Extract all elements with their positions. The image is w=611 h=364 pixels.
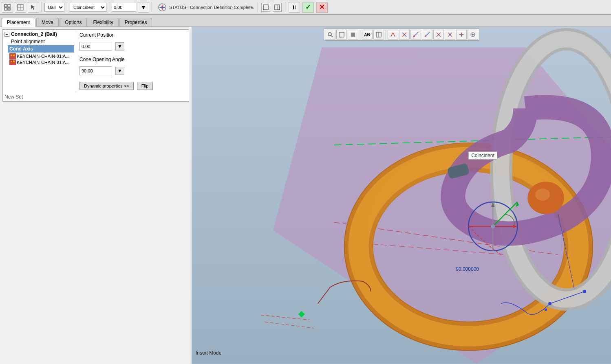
dynamic-properties-btn[interactable]: Dynamic properties >>: [79, 82, 134, 90]
tab-bar: Placement Move Options Flexibility Prope…: [0, 15, 611, 27]
svg-rect-64: [425, 35, 426, 37]
vp-zoom-btn[interactable]: [325, 30, 335, 39]
separator-4: [152, 2, 152, 12]
viewport-toolbar: AB: [324, 29, 479, 41]
svg-rect-53: [339, 32, 344, 37]
vp-rect-btn[interactable]: [336, 30, 347, 39]
tab-properties[interactable]: Properties: [119, 18, 152, 26]
cancel-btn[interactable]: ✕: [316, 2, 328, 13]
position-input[interactable]: [112, 3, 136, 12]
svg-rect-2: [4, 8, 7, 10]
svg-point-45: [545, 309, 547, 311]
svg-rect-1: [8, 4, 10, 7]
svg-line-52: [331, 35, 333, 37]
coincident-select[interactable]: Coincident: [70, 3, 106, 12]
svg-point-41: [491, 224, 495, 228]
svg-point-62: [413, 35, 415, 37]
view-mode-2-btn[interactable]: [273, 3, 282, 12]
point-alignment-label: Point alignment: [11, 39, 74, 44]
viewport[interactable]: Coincident 90.000000 AB: [192, 27, 611, 364]
vp-grid2-btn[interactable]: [373, 30, 384, 39]
status-bar: STATUS : Connection Definition Complete.…: [154, 2, 609, 13]
keychain-row-1[interactable]: KEYCHAIN-CHAIN-01:A...: [9, 53, 74, 59]
keychain-row-2[interactable]: KEYCHAIN-CHAIN-01:A...: [9, 59, 74, 65]
vp-sep-2: [386, 30, 386, 39]
vp-cut2-btn[interactable]: [399, 30, 410, 39]
pointer-btn[interactable]: [28, 2, 39, 13]
panel-box-inner: − Connection_2 (Ball) Point alignment Co…: [3, 30, 189, 92]
viewport-canvas: [192, 27, 611, 364]
svg-marker-76: [471, 34, 475, 35]
top-toolbar: Ball Coincident ▼ STATUS : Connection De…: [0, 0, 611, 15]
vp-line2-btn[interactable]: [422, 30, 432, 39]
vp-x1-btn[interactable]: [433, 30, 444, 39]
left-panel: − Connection_2 (Ball) Point alignment Co…: [0, 27, 192, 364]
vp-sep-1: [360, 30, 360, 39]
svg-rect-16: [13, 55, 15, 56]
vp-plus-btn[interactable]: [456, 30, 467, 39]
svg-line-58: [393, 33, 395, 37]
separator-5: [258, 2, 258, 12]
keychain-icon-1: [9, 53, 16, 59]
svg-rect-0: [4, 4, 7, 7]
current-position-label: Current Position: [79, 32, 185, 38]
tab-options[interactable]: Options: [60, 18, 87, 26]
separator-1: [42, 2, 42, 12]
compass-icon: [158, 3, 167, 12]
svg-rect-18: [11, 61, 12, 62]
connection-title: − Connection_2 (Ball): [4, 31, 74, 37]
separator-6: [285, 2, 285, 12]
cone-axis-row[interactable]: Cone Axis: [8, 45, 74, 53]
svg-marker-10: [159, 7, 165, 8]
svg-rect-70: [449, 34, 451, 35]
svg-point-31: [535, 189, 550, 201]
svg-rect-15: [11, 55, 12, 56]
svg-point-51: [328, 33, 331, 36]
svg-point-43: [548, 302, 551, 305]
current-position-dropdown-btn[interactable]: ▼: [115, 42, 124, 50]
svg-line-57: [391, 33, 393, 37]
vp-line1-btn[interactable]: [410, 30, 421, 39]
new-set-label: New Set: [4, 94, 23, 100]
tab-placement[interactable]: Placement: [2, 18, 35, 27]
view-mode-1-btn[interactable]: [261, 3, 270, 12]
svg-point-73: [461, 34, 462, 35]
tab-flexibility[interactable]: Flexibility: [88, 18, 118, 26]
svg-rect-19: [13, 61, 15, 62]
vp-x2-btn[interactable]: [445, 30, 455, 39]
cone-angle-dropdown-btn[interactable]: ▼: [115, 67, 124, 75]
svg-rect-3: [8, 8, 10, 10]
pause-btn[interactable]: ⏸: [289, 2, 300, 13]
new-set-row: New Set: [3, 92, 189, 101]
vp-compass-btn[interactable]: [468, 30, 478, 39]
svg-rect-11: [263, 5, 268, 10]
snap-btn[interactable]: [2, 2, 13, 13]
controls-column: Current Position ▼ Cone Opening Angle ▼ …: [76, 30, 189, 92]
ok-btn[interactable]: ✓: [302, 2, 314, 13]
cone-opening-angle-label: Cone Opening Angle: [79, 57, 185, 62]
position-dropdown-btn[interactable]: ▼: [138, 2, 149, 13]
separator-2: [67, 2, 67, 12]
vp-square-btn[interactable]: [348, 30, 358, 39]
keychain-label-2: KEYCHAIN-CHAIN-01:A...: [17, 60, 70, 65]
svg-point-44: [583, 290, 586, 293]
cone-opening-angle-row: ▼: [79, 66, 185, 75]
tree-column: − Connection_2 (Ball) Point alignment Co…: [3, 30, 76, 92]
svg-rect-54: [351, 33, 355, 37]
vp-ab-btn[interactable]: AB: [362, 30, 373, 39]
keychain-label-1: KEYCHAIN-CHAIN-01:A...: [17, 54, 70, 59]
ball-select[interactable]: Ball: [44, 3, 64, 12]
vp-cut1-btn[interactable]: [388, 30, 398, 39]
svg-marker-7: [31, 5, 35, 10]
action-buttons-row: Dynamic properties >> Flip: [79, 82, 185, 90]
grid-btn[interactable]: [15, 2, 26, 13]
tab-move[interactable]: Move: [36, 18, 59, 26]
flip-btn[interactable]: Flip: [137, 82, 153, 90]
status-text: STATUS : Connection Definition Complete.: [169, 5, 254, 10]
separator-3: [109, 2, 109, 12]
current-position-input[interactable]: [79, 42, 112, 51]
main-content: − Connection_2 (Ball) Point alignment Co…: [0, 27, 611, 364]
cone-opening-angle-input[interactable]: [79, 66, 112, 75]
panel-box: − Connection_2 (Ball) Point alignment Co…: [2, 29, 189, 102]
tree-collapse-btn[interactable]: −: [4, 32, 9, 37]
